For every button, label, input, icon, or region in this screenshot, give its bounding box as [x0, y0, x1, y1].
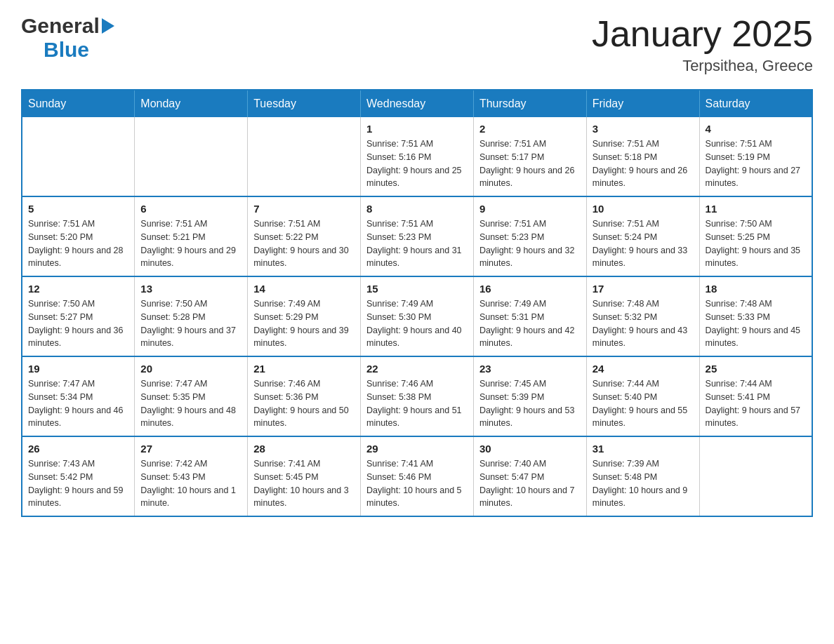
calendar-cell: 2Sunrise: 7:51 AMSunset: 5:17 PMDaylight…	[473, 117, 586, 196]
day-number: 28	[253, 443, 355, 455]
day-number: 18	[706, 283, 806, 295]
day-info: Sunrise: 7:51 AMSunset: 5:19 PMDaylight:…	[706, 137, 806, 190]
day-number: 23	[479, 363, 581, 375]
day-info: Sunrise: 7:51 AMSunset: 5:21 PMDaylight:…	[140, 217, 241, 270]
day-info: Sunrise: 7:51 AMSunset: 5:22 PMDaylight:…	[253, 217, 355, 270]
calendar-cell: 20Sunrise: 7:47 AMSunset: 5:35 PMDayligh…	[135, 356, 248, 436]
weekday-header-friday: Friday	[586, 90, 699, 117]
day-number: 16	[479, 283, 581, 295]
day-info: Sunrise: 7:51 AMSunset: 5:16 PMDaylight:…	[366, 137, 468, 190]
day-number: 27	[140, 443, 241, 455]
calendar-cell: 6Sunrise: 7:51 AMSunset: 5:21 PMDaylight…	[135, 196, 248, 276]
day-number: 2	[479, 123, 581, 135]
day-info: Sunrise: 7:46 AMSunset: 5:38 PMDaylight:…	[366, 377, 468, 430]
day-info: Sunrise: 7:51 AMSunset: 5:23 PMDaylight:…	[366, 217, 468, 270]
week-row-5: 26Sunrise: 7:43 AMSunset: 5:42 PMDayligh…	[22, 436, 812, 516]
calendar-cell: 11Sunrise: 7:50 AMSunset: 5:25 PMDayligh…	[699, 196, 812, 276]
day-info: Sunrise: 7:51 AMSunset: 5:17 PMDaylight:…	[479, 137, 581, 190]
week-row-4: 19Sunrise: 7:47 AMSunset: 5:34 PMDayligh…	[22, 356, 812, 436]
week-row-1: 1Sunrise: 7:51 AMSunset: 5:16 PMDaylight…	[22, 117, 812, 196]
weekday-header-thursday: Thursday	[473, 90, 586, 117]
calendar-cell: 17Sunrise: 7:48 AMSunset: 5:32 PMDayligh…	[586, 276, 699, 356]
logo: General Blue	[21, 14, 117, 62]
weekday-header-tuesday: Tuesday	[248, 90, 361, 117]
weekday-header-sunday: Sunday	[22, 90, 135, 117]
day-number: 4	[706, 123, 806, 135]
day-info: Sunrise: 7:39 AMSunset: 5:48 PMDaylight:…	[593, 457, 694, 510]
day-info: Sunrise: 7:47 AMSunset: 5:34 PMDaylight:…	[28, 377, 128, 430]
logo-general-text: General	[21, 14, 100, 38]
calendar-cell: 25Sunrise: 7:44 AMSunset: 5:41 PMDayligh…	[699, 356, 812, 436]
calendar-cell: 24Sunrise: 7:44 AMSunset: 5:40 PMDayligh…	[586, 356, 699, 436]
logo-arrow-icon	[102, 18, 114, 34]
calendar-cell: 30Sunrise: 7:40 AMSunset: 5:47 PMDayligh…	[473, 436, 586, 516]
calendar-cell: 21Sunrise: 7:46 AMSunset: 5:36 PMDayligh…	[248, 356, 361, 436]
calendar-cell: 16Sunrise: 7:49 AMSunset: 5:31 PMDayligh…	[473, 276, 586, 356]
day-number: 11	[706, 203, 806, 215]
logo-blue-text: Blue	[44, 38, 89, 61]
calendar-cell: 23Sunrise: 7:45 AMSunset: 5:39 PMDayligh…	[473, 356, 586, 436]
day-info: Sunrise: 7:44 AMSunset: 5:41 PMDaylight:…	[706, 377, 806, 430]
day-info: Sunrise: 7:41 AMSunset: 5:45 PMDaylight:…	[253, 457, 355, 510]
calendar-cell: 13Sunrise: 7:50 AMSunset: 5:28 PMDayligh…	[135, 276, 248, 356]
calendar-cell: 5Sunrise: 7:51 AMSunset: 5:20 PMDaylight…	[22, 196, 135, 276]
calendar-cell: 7Sunrise: 7:51 AMSunset: 5:22 PMDaylight…	[248, 196, 361, 276]
day-number: 31	[593, 443, 694, 455]
weekday-header-saturday: Saturday	[699, 90, 812, 117]
day-number: 20	[140, 363, 241, 375]
calendar-cell	[135, 117, 248, 196]
calendar-cell: 31Sunrise: 7:39 AMSunset: 5:48 PMDayligh…	[586, 436, 699, 516]
calendar-cell	[22, 117, 135, 196]
calendar-cell: 22Sunrise: 7:46 AMSunset: 5:38 PMDayligh…	[361, 356, 474, 436]
day-number: 25	[706, 363, 806, 375]
calendar-cell: 14Sunrise: 7:49 AMSunset: 5:29 PMDayligh…	[248, 276, 361, 356]
day-number: 8	[366, 203, 468, 215]
day-number: 29	[366, 443, 468, 455]
day-number: 26	[28, 443, 128, 455]
day-number: 1	[366, 123, 468, 135]
day-number: 15	[366, 283, 468, 295]
location-text: Terpsithea, Greece	[592, 57, 813, 75]
day-number: 6	[140, 203, 241, 215]
calendar-table: SundayMondayTuesdayWednesdayThursdayFrid…	[21, 89, 813, 517]
day-info: Sunrise: 7:51 AMSunset: 5:23 PMDaylight:…	[479, 217, 581, 270]
day-number: 12	[28, 283, 128, 295]
day-info: Sunrise: 7:47 AMSunset: 5:35 PMDaylight:…	[140, 377, 241, 430]
day-number: 21	[253, 363, 355, 375]
title-section: January 2025 Terpsithea, Greece	[592, 14, 813, 75]
day-info: Sunrise: 7:44 AMSunset: 5:40 PMDaylight:…	[593, 377, 694, 430]
day-number: 5	[28, 203, 128, 215]
day-number: 3	[593, 123, 694, 135]
month-title: January 2025	[592, 14, 813, 54]
day-number: 13	[140, 283, 241, 295]
day-number: 10	[593, 203, 694, 215]
day-number: 9	[479, 203, 581, 215]
day-info: Sunrise: 7:43 AMSunset: 5:42 PMDaylight:…	[28, 457, 128, 510]
calendar-cell: 28Sunrise: 7:41 AMSunset: 5:45 PMDayligh…	[248, 436, 361, 516]
page-header: General Blue January 2025 Terpsithea, Gr…	[21, 14, 813, 75]
day-info: Sunrise: 7:50 AMSunset: 5:27 PMDaylight:…	[28, 297, 128, 350]
day-info: Sunrise: 7:42 AMSunset: 5:43 PMDaylight:…	[140, 457, 241, 510]
calendar-cell: 18Sunrise: 7:48 AMSunset: 5:33 PMDayligh…	[699, 276, 812, 356]
day-number: 19	[28, 363, 128, 375]
weekday-header-wednesday: Wednesday	[361, 90, 474, 117]
day-info: Sunrise: 7:50 AMSunset: 5:28 PMDaylight:…	[140, 297, 241, 350]
weekday-header-row: SundayMondayTuesdayWednesdayThursdayFrid…	[22, 90, 812, 117]
calendar-cell: 8Sunrise: 7:51 AMSunset: 5:23 PMDaylight…	[361, 196, 474, 276]
calendar-cell: 29Sunrise: 7:41 AMSunset: 5:46 PMDayligh…	[361, 436, 474, 516]
week-row-3: 12Sunrise: 7:50 AMSunset: 5:27 PMDayligh…	[22, 276, 812, 356]
day-number: 24	[593, 363, 694, 375]
week-row-2: 5Sunrise: 7:51 AMSunset: 5:20 PMDaylight…	[22, 196, 812, 276]
calendar-cell: 27Sunrise: 7:42 AMSunset: 5:43 PMDayligh…	[135, 436, 248, 516]
calendar-cell: 15Sunrise: 7:49 AMSunset: 5:30 PMDayligh…	[361, 276, 474, 356]
calendar-cell: 12Sunrise: 7:50 AMSunset: 5:27 PMDayligh…	[22, 276, 135, 356]
calendar-cell: 1Sunrise: 7:51 AMSunset: 5:16 PMDaylight…	[361, 117, 474, 196]
day-info: Sunrise: 7:50 AMSunset: 5:25 PMDaylight:…	[706, 217, 806, 270]
calendar-cell: 10Sunrise: 7:51 AMSunset: 5:24 PMDayligh…	[586, 196, 699, 276]
calendar-cell: 9Sunrise: 7:51 AMSunset: 5:23 PMDaylight…	[473, 196, 586, 276]
day-number: 30	[479, 443, 581, 455]
day-info: Sunrise: 7:48 AMSunset: 5:33 PMDaylight:…	[706, 297, 806, 350]
calendar-cell: 4Sunrise: 7:51 AMSunset: 5:19 PMDaylight…	[699, 117, 812, 196]
calendar-cell	[248, 117, 361, 196]
day-info: Sunrise: 7:51 AMSunset: 5:24 PMDaylight:…	[593, 217, 694, 270]
